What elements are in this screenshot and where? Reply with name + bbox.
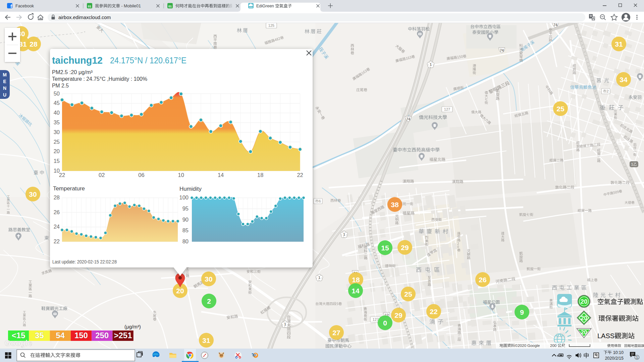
svg-text:29: 29: [401, 244, 409, 251]
svg-text:02: 02: [99, 172, 105, 178]
svg-text:airbox.edimaxcloud.com: airbox.edimaxcloud.com: [58, 15, 111, 20]
svg-text:26: 26: [479, 276, 486, 284]
svg-text:35: 35: [54, 119, 60, 125]
svg-text:22: 22: [54, 238, 60, 244]
svg-text:45: 45: [54, 100, 60, 106]
svg-text:©2020 Google: ©2020 Google: [515, 344, 540, 348]
svg-text:25: 25: [556, 105, 565, 113]
svg-text:6: 6: [319, 199, 321, 203]
svg-text:1: 1: [636, 356, 638, 359]
svg-text:U: U: [3, 92, 6, 98]
svg-text:35: 35: [35, 331, 44, 340]
svg-text:28: 28: [30, 40, 38, 48]
svg-text:24.175°N / 120.617°E: 24.175°N / 120.617°E: [110, 55, 186, 65]
svg-text:Humidity: Humidity: [179, 186, 202, 192]
svg-text:74: 74: [406, 117, 410, 121]
svg-text:29: 29: [394, 311, 402, 319]
svg-text:10:10: 10:10: [612, 350, 624, 355]
svg-text:10: 10: [178, 172, 184, 178]
svg-text:127: 127: [373, 317, 379, 321]
svg-text:PM 2.5: PM 2.5: [52, 83, 69, 88]
svg-text:1: 1: [430, 62, 432, 66]
svg-text:28: 28: [54, 194, 60, 200]
svg-text:LASS: LASS: [597, 332, 614, 340]
svg-text:90: 90: [182, 217, 189, 223]
svg-text:34: 34: [620, 76, 628, 83]
svg-text:>251: >251: [114, 331, 132, 340]
svg-text:Temperature : 24.75°C ,Humidit: Temperature : 24.75°C ,Humidity : 100%: [52, 76, 147, 82]
svg-text:18: 18: [352, 276, 360, 284]
svg-text:30: 30: [205, 275, 212, 283]
svg-text:20: 20: [581, 329, 587, 336]
svg-text:25: 25: [54, 139, 60, 145]
svg-text:N: N: [3, 85, 6, 91]
svg-text:9: 9: [520, 308, 524, 316]
svg-text:1: 1: [284, 322, 286, 326]
svg-text:Last update: 2020-02-15 22:02:: Last update: 2020-02-15 22:02:28: [52, 259, 117, 264]
svg-text:22: 22: [430, 308, 437, 315]
svg-text:38: 38: [391, 201, 399, 208]
svg-text:74: 74: [500, 48, 504, 52]
svg-text:15: 15: [54, 158, 60, 164]
svg-text:20: 20: [176, 287, 184, 295]
svg-text:01: 01: [168, 5, 172, 8]
svg-text:PM2.5 :20 μg/m³: PM2.5 :20 μg/m³: [52, 69, 93, 75]
svg-text:26: 26: [54, 209, 60, 215]
svg-text:40: 40: [54, 110, 60, 116]
svg-text:14: 14: [218, 172, 224, 178]
svg-text:20: 20: [54, 148, 60, 154]
svg-text:25: 25: [404, 290, 412, 298]
svg-text:1: 1: [631, 162, 633, 166]
svg-text:100: 100: [179, 194, 189, 200]
svg-text:18: 18: [257, 172, 263, 178]
svg-text:2: 2: [606, 89, 608, 93]
svg-text:30: 30: [29, 190, 37, 198]
svg-text:E: E: [3, 79, 6, 84]
svg-text:127: 127: [444, 107, 450, 111]
svg-text:85: 85: [182, 227, 189, 233]
svg-text:<15: <15: [12, 331, 25, 340]
svg-text:1: 1: [343, 232, 345, 236]
svg-text:31: 31: [202, 337, 210, 344]
svg-text:1: 1: [318, 276, 320, 280]
svg-text:- Mobile01: - Mobile01: [120, 4, 141, 8]
svg-text:EdiGreen: EdiGreen: [256, 4, 275, 8]
svg-text:15: 15: [381, 244, 389, 252]
svg-text:Temperature: Temperature: [53, 185, 85, 192]
svg-text:50: 50: [54, 90, 60, 97]
svg-text:Google: Google: [5, 339, 32, 348]
svg-text:80: 80: [182, 238, 189, 244]
svg-text:0: 0: [383, 319, 387, 327]
svg-text:30: 30: [54, 129, 60, 135]
svg-text:95: 95: [182, 205, 189, 212]
svg-text:M: M: [3, 72, 7, 77]
svg-text:150: 150: [74, 331, 88, 340]
svg-text:24: 24: [54, 224, 60, 230]
svg-text:22: 22: [59, 172, 65, 178]
svg-text:(μg/m³): (μg/m³): [124, 324, 141, 329]
svg-text:20: 20: [581, 298, 588, 305]
svg-text:31: 31: [615, 40, 623, 48]
svg-text:27: 27: [332, 329, 340, 337]
svg-text:54: 54: [56, 331, 65, 340]
svg-text:250: 250: [95, 331, 109, 340]
svg-text:125: 125: [268, 23, 274, 27]
svg-text:taichung12: taichung12: [52, 55, 103, 66]
svg-text:20: 20: [581, 315, 587, 321]
svg-text:14: 14: [352, 287, 360, 295]
svg-text:2020/2/15: 2020/2/15: [605, 356, 624, 361]
svg-text:01: 01: [88, 5, 91, 8]
svg-text:Facebook: Facebook: [15, 4, 34, 8]
svg-text:06: 06: [138, 172, 144, 178]
svg-text:22: 22: [297, 172, 303, 178]
svg-text:74: 74: [553, 23, 557, 27]
svg-text:200: 200: [550, 344, 557, 348]
svg-text:2: 2: [207, 297, 211, 305]
